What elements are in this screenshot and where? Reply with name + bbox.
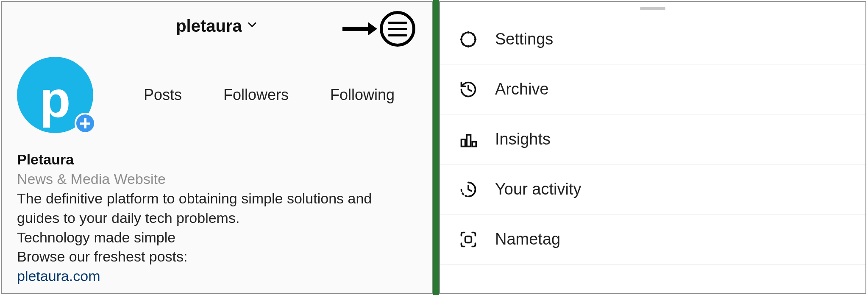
history-icon: [457, 78, 480, 101]
menu-label: Nametag: [495, 230, 560, 248]
panel-divider: [433, 0, 439, 295]
menu-label: Settings: [495, 30, 553, 48]
svg-point-6: [473, 44, 474, 45]
bio-link[interactable]: pletaura.com: [17, 267, 415, 286]
svg-rect-12: [465, 236, 472, 242]
svg-point-3: [461, 39, 462, 40]
username-label[interactable]: pletaura: [176, 17, 242, 36]
svg-rect-10: [467, 135, 470, 147]
followers-stat[interactable]: Followers: [223, 86, 289, 104]
stats-row: Posts Followers Following: [123, 86, 415, 104]
svg-point-1: [468, 32, 469, 33]
posts-stat[interactable]: Posts: [144, 86, 182, 104]
menu-item-insights[interactable]: Insights: [440, 114, 865, 164]
bar-chart-icon: [457, 128, 480, 151]
chevron-down-icon[interactable]: [246, 19, 258, 33]
bio-line-3: Browse our freshest posts:: [17, 247, 415, 267]
bio-section: Pletaura News & Media Website The defini…: [17, 150, 415, 286]
menu-label: Insights: [495, 130, 551, 148]
avatar-letter: p: [39, 74, 70, 125]
bio-line-2: Technology made simple: [17, 228, 415, 248]
svg-rect-11: [472, 142, 476, 146]
profile-name: Pletaura: [17, 150, 415, 170]
menu-item-archive[interactable]: Archive: [440, 64, 865, 114]
gear-icon: [457, 28, 480, 51]
menu-item-settings[interactable]: Settings: [440, 14, 865, 64]
avatar[interactable]: p: [17, 57, 93, 133]
bio-line-1: The definitive platform to obtaining sim…: [17, 189, 415, 228]
annotation-arrow: [342, 11, 415, 47]
add-story-icon[interactable]: [75, 113, 96, 134]
svg-point-2: [468, 46, 469, 47]
profile-row: p Posts Followers Following: [17, 57, 415, 133]
sheet-handle[interactable]: [640, 7, 665, 10]
menu-label: Archive: [495, 80, 549, 98]
menu-item-nametag[interactable]: Nametag: [440, 214, 865, 264]
hamburger-icon: [388, 22, 407, 24]
svg-point-8: [473, 34, 474, 35]
menu-item-activity[interactable]: Your activity: [440, 164, 865, 214]
hamburger-menu-button[interactable]: [380, 11, 415, 47]
menu-sheet: Settings Archive Insights Your activity: [439, 1, 866, 294]
svg-point-5: [463, 34, 464, 35]
following-stat[interactable]: Following: [330, 86, 395, 104]
menu-label: Your activity: [495, 180, 581, 198]
profile-screen: pletaura p Posts Followers Fol: [1, 1, 433, 294]
profile-category: News & Media Website: [17, 170, 415, 189]
svg-point-4: [475, 39, 476, 40]
svg-point-7: [463, 44, 464, 45]
nametag-icon: [457, 228, 480, 251]
activity-clock-icon: [457, 178, 480, 201]
svg-rect-9: [462, 139, 465, 147]
